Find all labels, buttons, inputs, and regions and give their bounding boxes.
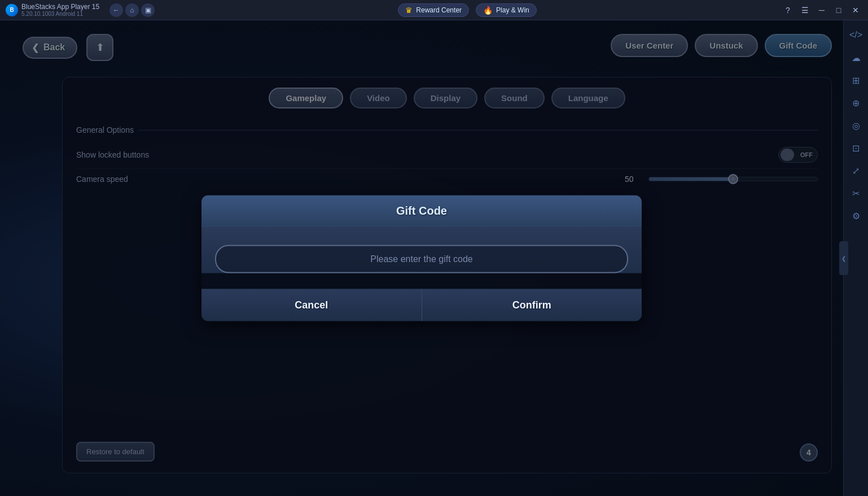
sidebar-code-icon-btn[interactable]: </> bbox=[846, 25, 866, 45]
window-controls: ? ☰ ─ □ ✕ bbox=[775, 2, 868, 18]
reward-center-label: Reward Center bbox=[416, 6, 462, 14]
dialog-header: Gift Code bbox=[201, 195, 642, 227]
sidebar-expand2-icon-btn[interactable]: ⤢ bbox=[846, 160, 866, 181]
sidebar-cut-icon-btn[interactable]: ✂ bbox=[846, 183, 866, 203]
nav-back-button[interactable]: ← bbox=[109, 3, 123, 17]
app-info: BlueStacks App Player 15 5.20.10.1003 An… bbox=[21, 3, 99, 17]
sidebar-target-icon-btn[interactable]: ◎ bbox=[846, 115, 866, 136]
play-win-label: Play & Win bbox=[496, 6, 529, 14]
add-icon: ⊕ bbox=[852, 98, 860, 108]
maximize-button[interactable]: □ bbox=[831, 2, 847, 18]
play-win-button[interactable]: 🔥 Play & Win bbox=[476, 3, 537, 17]
main-content: ❮ Back ⬆ User Center Unstuck Gift Code G… bbox=[0, 20, 843, 496]
menu-button[interactable]: ☰ bbox=[797, 2, 813, 18]
app-logo: B BlueStacks App Player 15 5.20.10.1003 … bbox=[0, 3, 105, 17]
sidebar-cloud-icon-btn[interactable]: ☁ bbox=[846, 47, 866, 68]
close-button[interactable]: ✕ bbox=[848, 2, 863, 18]
reward-center-button[interactable]: ♛ Reward Center bbox=[398, 3, 469, 17]
topbar-center: ♛ Reward Center 🔥 Play & Win bbox=[159, 3, 775, 17]
sidebar-expand-button[interactable]: ❮ bbox=[839, 241, 848, 275]
cancel-button[interactable]: Cancel bbox=[201, 289, 422, 321]
nav-buttons: ← ⌂ ▣ bbox=[105, 3, 159, 17]
nav-tab-button[interactable]: ▣ bbox=[141, 3, 155, 17]
bluestacks-icon: B bbox=[6, 4, 18, 16]
sidebar-grid-icon-btn[interactable]: ⊞ bbox=[846, 70, 866, 90]
nav-home-button[interactable]: ⌂ bbox=[125, 3, 139, 17]
target-icon: ◎ bbox=[852, 120, 860, 131]
right-sidebar: ❮ </> ☁ ⊞ ⊕ ◎ ⊡ ⤢ ✂ ⚙ bbox=[843, 20, 868, 496]
minimize-button[interactable]: ─ bbox=[814, 2, 830, 18]
dialog-footer: Cancel Confirm bbox=[201, 289, 642, 321]
confirm-label: Confirm bbox=[512, 299, 551, 311]
gift-code-input[interactable] bbox=[215, 245, 628, 273]
app-subtitle: 5.20.10.1003 Android 11 bbox=[21, 11, 99, 17]
dialog-title: Gift Code bbox=[396, 205, 447, 217]
gift-code-dialog: Gift Code Cancel Confirm bbox=[201, 195, 642, 321]
crown-icon: ♛ bbox=[405, 6, 413, 15]
box-icon: ⊡ bbox=[852, 143, 860, 154]
confirm-button[interactable]: Confirm bbox=[422, 289, 642, 321]
sidebar-box-icon-btn[interactable]: ⊡ bbox=[846, 138, 866, 158]
grid-icon: ⊞ bbox=[852, 75, 860, 86]
cloud-icon: ☁ bbox=[852, 53, 861, 63]
gear-icon: ⚙ bbox=[852, 211, 860, 221]
code-icon: </> bbox=[849, 30, 862, 40]
help-button[interactable]: ? bbox=[780, 2, 796, 18]
sidebar-gear-icon-btn[interactable]: ⚙ bbox=[846, 206, 866, 226]
dialog-body bbox=[201, 227, 642, 273]
scissors-icon: ✂ bbox=[852, 188, 860, 199]
expand2-icon: ⤢ bbox=[852, 166, 860, 176]
topbar: B BlueStacks App Player 15 5.20.10.1003 … bbox=[0, 0, 868, 20]
flame-icon: 🔥 bbox=[483, 6, 493, 15]
app-title: BlueStacks App Player 15 bbox=[21, 3, 99, 11]
sidebar-add-icon-btn[interactable]: ⊕ bbox=[846, 93, 866, 113]
cancel-label: Cancel bbox=[295, 299, 328, 311]
